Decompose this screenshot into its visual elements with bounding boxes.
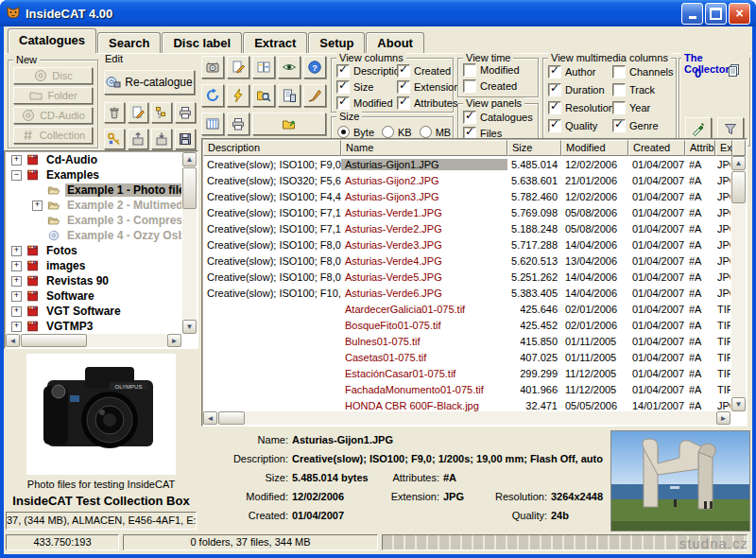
- checkbox-mm-genre[interactable]: Genre: [612, 117, 674, 133]
- title-bar[interactable]: InsideCAT 4.00 ×: [0, 0, 756, 26]
- column-header-attributes[interactable]: Attribu: [685, 140, 715, 156]
- checkbox-col-attributes[interactable]: Attributes: [397, 95, 459, 111]
- tree-item[interactable]: Example 3 - Compress: [6, 213, 181, 228]
- tab-extract[interactable]: Extract: [243, 32, 307, 53]
- table-row[interactable]: Creative(slow); ISO100; F9,0;Asturias-Gi…: [203, 156, 730, 172]
- column-header-extension[interactable]: Ex: [715, 140, 732, 156]
- checkbox-panel-catalogues[interactable]: Catalogues: [463, 109, 536, 125]
- checkbox-time-created[interactable]: Created: [463, 78, 536, 94]
- table-row[interactable]: Creative(slow); ISO100; F8,0;Asturias-Ve…: [203, 236, 730, 253]
- scroll-left-icon[interactable]: ◄: [6, 334, 20, 347]
- screen-capture-button[interactable]: [201, 56, 224, 78]
- tree-hscrollbar[interactable]: ◄ ►: [6, 334, 181, 347]
- expand-icon[interactable]: +: [11, 155, 22, 166]
- notebook-button[interactable]: [278, 84, 301, 107]
- column-header-size[interactable]: Size: [507, 140, 561, 156]
- import-box-button[interactable]: [151, 129, 172, 149]
- collapse-icon[interactable]: −: [11, 170, 22, 181]
- column-header-name[interactable]: Name: [341, 140, 507, 156]
- checkbox-col-extension[interactable]: Extension: [397, 78, 459, 95]
- save-button[interactable]: [175, 129, 196, 149]
- expand-icon[interactable]: +: [11, 306, 22, 317]
- close-button[interactable]: ×: [729, 3, 750, 25]
- search-folder-button[interactable]: [252, 84, 275, 107]
- table-row[interactable]: Creative(slow); ISO320; F5,6;Asturias-Gi…: [203, 172, 730, 188]
- edit-description-button[interactable]: [227, 56, 249, 78]
- help-button[interactable]: ?: [303, 56, 326, 78]
- new-disc-button[interactable]: Disc: [13, 67, 93, 84]
- checkbox-mm-author[interactable]: Author: [548, 63, 612, 79]
- new-collection-button[interactable]: Collection: [13, 127, 93, 144]
- expand-icon[interactable]: +: [11, 261, 22, 271]
- collector-dropper-button[interactable]: [685, 117, 712, 140]
- table-row[interactable]: BosqueFito01-075.tif425.45202/01/200601/…: [203, 317, 730, 333]
- compare-button[interactable]: [252, 56, 275, 78]
- column-header-description[interactable]: Description: [203, 140, 341, 156]
- list-vscrollbar[interactable]: ▲ ▼: [731, 156, 746, 411]
- scroll-right-icon[interactable]: ►: [167, 334, 181, 347]
- table-row[interactable]: EstaciónCasar01-075.tif299.29911/12/2005…: [203, 365, 730, 381]
- maximize-button[interactable]: [705, 3, 727, 25]
- new-cd-audio-button[interactable]: CD-Audio: [13, 107, 93, 124]
- table-row[interactable]: Creative(slow); ISO100; F4,4;Asturias-Gi…: [203, 188, 730, 204]
- edit-item-button[interactable]: [128, 102, 148, 123]
- scroll-thumb[interactable]: [218, 411, 245, 425]
- tree-item[interactable]: Example 1 - Photo file: [6, 183, 181, 198]
- checkbox-time-modified[interactable]: Modified: [463, 61, 536, 78]
- checkbox-mm-channels[interactable]: Channels: [612, 63, 674, 79]
- scroll-down-icon[interactable]: ▼: [731, 397, 746, 411]
- column-header-created[interactable]: Created: [628, 140, 685, 156]
- key-button[interactable]: [104, 129, 125, 149]
- expand-icon[interactable]: +: [32, 201, 43, 211]
- table-row[interactable]: Bulnes01-075.tif415.85001/11/200501/04/2…: [203, 333, 730, 349]
- refresh-button[interactable]: [201, 84, 224, 107]
- minimize-button[interactable]: [681, 3, 703, 25]
- tab-about[interactable]: About: [366, 32, 424, 53]
- table-row[interactable]: Creative(slow); ISO100; F7,1;Asturias-Ve…: [203, 204, 730, 220]
- tree-item[interactable]: +Fotos: [6, 243, 181, 258]
- scroll-thumb[interactable]: [731, 171, 746, 203]
- scroll-up-icon[interactable]: ▲: [731, 156, 746, 170]
- export-box-button[interactable]: [128, 129, 148, 149]
- checkbox-col-created[interactable]: Created: [397, 62, 459, 78]
- brush-button[interactable]: [303, 84, 326, 107]
- table-row[interactable]: Creative(slow); ISO100; F7,1;Asturias-Ve…: [203, 220, 730, 236]
- recatalogue-button[interactable]: Re-catalogue: [104, 70, 195, 95]
- expand-icon[interactable]: +: [11, 322, 22, 332]
- expand-icon[interactable]: +: [11, 291, 22, 302]
- table-row[interactable]: Creative(slow); ISO100; F10,0;Asturias-V…: [203, 285, 730, 301]
- tree-item[interactable]: +images: [6, 258, 181, 273]
- table-row[interactable]: FachadaMonumento01-075.tif401.96611/12/2…: [203, 381, 730, 397]
- tree-item[interactable]: +VGT Software: [6, 304, 181, 319]
- tree-item[interactable]: +Cd-Audio: [6, 152, 181, 167]
- column-header-modified[interactable]: Modified: [561, 140, 628, 156]
- checkbox-col-description[interactable]: Description: [336, 62, 397, 78]
- checkbox-mm-duration[interactable]: Duration: [548, 81, 612, 97]
- print-list-button[interactable]: [227, 113, 249, 135]
- delete-button[interactable]: [104, 102, 125, 123]
- tree-item[interactable]: Example 4 - Ozzy Osb: [6, 228, 181, 243]
- checkbox-mm-track[interactable]: Track: [612, 81, 674, 97]
- quick-action-button[interactable]: [227, 84, 249, 107]
- tree-item[interactable]: +Revistas 90: [6, 273, 181, 288]
- expand-icon[interactable]: +: [11, 276, 22, 287]
- scroll-thumb[interactable]: [182, 167, 197, 209]
- columns-button[interactable]: [201, 113, 224, 135]
- checkbox-mm-resolution[interactable]: Resolution: [548, 99, 612, 115]
- tree-properties-button[interactable]: [151, 102, 172, 123]
- checkbox-col-size[interactable]: Size: [336, 78, 397, 95]
- checkbox-mm-quality[interactable]: Quality: [548, 117, 612, 133]
- tree-item[interactable]: +Software: [6, 288, 181, 304]
- tree-item[interactable]: +VGTMP3: [6, 319, 181, 334]
- table-row[interactable]: Creative(slow); ISO100; F8,0;Asturias-Ve…: [203, 253, 730, 269]
- collector-filter-button[interactable]: [717, 117, 744, 140]
- table-row[interactable]: Creative(slow); ISO100; F8,0;Asturias-Ve…: [203, 269, 730, 285]
- scroll-right-icon[interactable]: ►: [716, 411, 730, 425]
- print-catalogue-button[interactable]: [175, 102, 196, 123]
- table-row[interactable]: HONDA CBR 600F-Black.jpg32.47105/05/2006…: [203, 397, 730, 411]
- new-folder-button[interactable]: Folder: [13, 87, 93, 104]
- scroll-thumb[interactable]: [21, 334, 87, 347]
- tab-search[interactable]: Search: [97, 32, 161, 53]
- table-row[interactable]: Casetas01-075.tif407.02501/11/200501/04/…: [203, 349, 730, 365]
- tree-item[interactable]: −Examples: [6, 167, 181, 183]
